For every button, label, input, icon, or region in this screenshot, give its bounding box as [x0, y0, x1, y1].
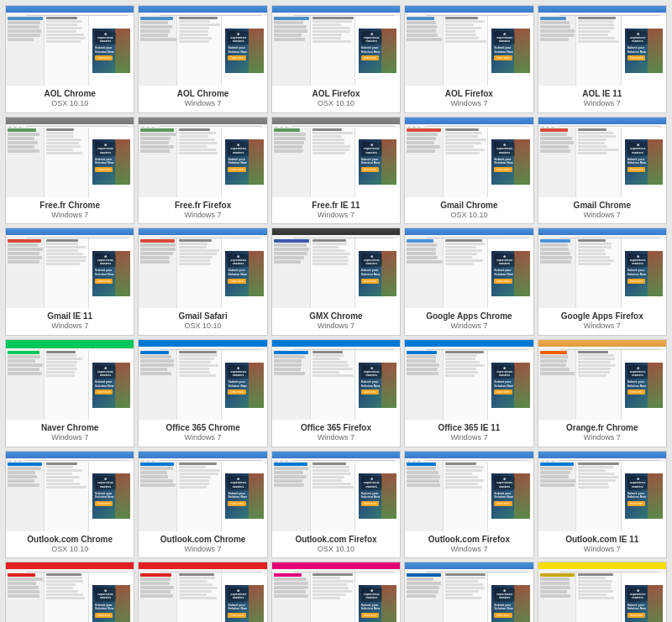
item-os: Windows 7 [274, 433, 398, 443]
item-label: AOL Chrome OSX 10.10 [6, 86, 134, 112]
item-os: Windows 7 [140, 211, 265, 221]
item-os: Windows 7 [8, 433, 132, 443]
screenshot-preview: ⊕copernicusmasters Submit your Solution … [405, 228, 533, 308]
item-name: Free.fr IE 11 [274, 200, 398, 211]
item-os: Windows 7 [407, 433, 531, 443]
screenshot-preview: ⊕copernicusmasters Submit your Solution … [538, 562, 666, 622]
grid-item[interactable]: ⊕copernicusmasters Submit your Solution … [5, 5, 134, 113]
item-name: AOL IE 11 [540, 88, 664, 99]
item-label: Office 365 IE 11 Windows 7 [405, 420, 533, 447]
screenshot-preview: ⊕copernicusmasters Submit your Solution … [6, 228, 134, 308]
grid-item[interactable]: ⊕copernicusmasters Submit your Solution … [404, 339, 533, 447]
item-name: Orange.fr Chrome [540, 422, 664, 433]
grid-item[interactable]: ⊕copernicusmasters Submit your Solution … [538, 451, 667, 559]
screenshot-preview: ⊕copernicusmasters Submit your Solution … [139, 228, 266, 308]
screenshot-preview: ⊕copernicusmasters Submit your Solution … [538, 118, 666, 197]
item-name: Outlook.com Firefox [274, 534, 398, 545]
item-name: Gmail IE 11 [8, 311, 132, 321]
grid-item[interactable]: ⊕copernicusmasters Submit your Solution … [404, 5, 533, 113]
item-os: Windows 7 [407, 545, 531, 555]
grid-item[interactable]: ⊕copernicusmasters Submit your Solution … [138, 451, 267, 559]
grid-item[interactable]: ⊕copernicusmasters Submit your Solution … [138, 339, 267, 447]
grid-item[interactable]: ⊕copernicusmasters Submit your Solution … [5, 562, 134, 622]
grid-item[interactable]: ⊕copernicusmasters Submit your Solution … [271, 227, 401, 336]
item-label: Outlook.com Chrome Windows 7 [139, 531, 266, 558]
screenshot-preview: ⊕copernicusmasters Submit your Solution … [405, 452, 533, 531]
grid-item[interactable]: ⊕copernicusmasters Submit your Solution … [138, 117, 267, 225]
item-os: Windows 7 [407, 321, 531, 332]
item-os: OSX 10.10 [274, 99, 398, 109]
item-label: AOL IE 11 Windows 7 [538, 86, 666, 112]
screenshot-preview: ⊕copernicusmasters Submit your Solution … [6, 562, 134, 622]
screenshot-preview: ⊕copernicusmasters Submit your Solution … [6, 6, 134, 86]
item-label: AOL Firefox Windows 7 [405, 86, 533, 112]
item-os: Windows 7 [540, 545, 664, 555]
item-label: Gmail Chrome OSX 10.10 [405, 197, 533, 224]
item-os: OSX 10.10 [274, 545, 398, 555]
grid-item[interactable]: ⊕copernicusmasters Submit your Solution … [538, 5, 667, 113]
item-name: Outlook.com Chrome [140, 534, 265, 545]
screenshot-preview: ⊕copernicusmasters Submit your Solution … [139, 340, 266, 420]
screenshot-preview: ⊕copernicusmasters Submit your Solution … [405, 6, 533, 86]
item-name: Outlook.com IE 11 [540, 534, 664, 545]
item-label: Gmail Chrome Windows 7 [538, 197, 666, 224]
item-label: Orange.fr Chrome Windows 7 [538, 420, 666, 447]
item-name: Gmail Safari [140, 311, 265, 321]
grid-item[interactable]: ⊕copernicusmasters Submit your Solution … [404, 562, 533, 622]
grid-item[interactable]: ⊕copernicusmasters Submit your Solution … [271, 451, 401, 559]
item-label: Free.fr Firefox Windows 7 [139, 197, 266, 224]
item-name: AOL Chrome [140, 88, 265, 99]
screenshot-preview: ⊕copernicusmasters Submit your Solution … [139, 562, 266, 622]
screenshot-preview: ⊕copernicusmasters Submit your Solution … [139, 452, 266, 531]
grid-item[interactable]: ⊕copernicusmasters Submit your Solution … [5, 227, 134, 336]
item-os: Windows 7 [540, 433, 664, 443]
screenshot-preview: ⊕copernicusmasters Submit your Solution … [405, 340, 533, 420]
item-name: AOL Chrome [8, 88, 132, 99]
item-os: Windows 7 [407, 99, 531, 109]
item-label: GMX Chrome Windows 7 [272, 308, 400, 335]
grid-item[interactable]: ⊕copernicusmasters Submit your Solution … [404, 227, 533, 336]
item-name: Free.fr Firefox [140, 200, 265, 211]
item-os: Windows 7 [8, 321, 132, 332]
item-name: Free.fr Chrome [8, 200, 132, 211]
item-name: Google Apps Firefox [540, 311, 664, 321]
grid-item[interactable]: ⊕copernicusmasters Submit your Solution … [538, 562, 667, 622]
item-name: Gmail Chrome [407, 200, 531, 211]
item-os: Windows 7 [540, 321, 664, 332]
grid-item[interactable]: ⊕copernicusmasters Submit your Solution … [538, 117, 667, 225]
screenshot-preview: ⊕copernicusmasters Submit your Solution … [405, 118, 533, 197]
item-name: AOL Firefox [407, 88, 531, 99]
screenshot-preview: ⊕copernicusmasters Submit your Solution … [139, 118, 266, 197]
grid-item[interactable]: ⊕copernicusmasters Submit your Solution … [138, 5, 267, 113]
grid-item[interactable]: ⊕copernicusmasters Submit your Solution … [404, 117, 533, 225]
screenshot-preview: ⊕copernicusmasters Submit your Solution … [272, 228, 400, 308]
grid-item[interactable]: ⊕copernicusmasters Submit your Solution … [538, 227, 667, 336]
grid-item[interactable]: ⊕copernicusmasters Submit your Solution … [271, 562, 401, 622]
item-label: Google Apps Firefox Windows 7 [538, 308, 666, 335]
grid-item[interactable]: ⊕copernicusmasters Submit your Solution … [538, 339, 667, 447]
grid-item[interactable]: ⊕copernicusmasters Submit your Solution … [404, 451, 533, 559]
grid-item[interactable]: ⊕copernicusmasters Submit your Solution … [138, 562, 267, 622]
grid-item[interactable]: ⊕copernicusmasters Submit your Solution … [271, 5, 401, 113]
item-os: OSX 10.10 [407, 211, 531, 221]
item-label: Gmail IE 11 Windows 7 [6, 308, 134, 335]
screenshot-preview: ⊕copernicusmasters Submit your Solution … [538, 6, 666, 86]
item-os: Windows 7 [140, 99, 265, 109]
item-name: Outlook.com Chrome [8, 534, 132, 545]
grid-item[interactable]: ⊕copernicusmasters Submit your Solution … [5, 339, 134, 447]
item-os: Windows 7 [140, 433, 265, 443]
item-os: Windows 7 [274, 211, 398, 221]
screenshot-grid: ⊕copernicusmasters Submit your Solution … [0, 0, 672, 622]
item-label: Gmail Safari OSX 10.10 [139, 308, 266, 335]
grid-item[interactable]: ⊕copernicusmasters Submit your Solution … [271, 339, 401, 447]
screenshot-preview: ⊕copernicusmasters Submit your Solution … [272, 118, 400, 197]
item-os: Windows 7 [540, 211, 664, 221]
grid-item[interactable]: ⊕copernicusmasters Submit your Solution … [5, 117, 134, 225]
item-label: AOL Firefox OSX 10.10 [272, 86, 400, 112]
item-label: Naver Chrome Windows 7 [6, 420, 134, 447]
item-label: Office 365 Firefox Windows 7 [272, 420, 400, 447]
grid-item[interactable]: ⊕copernicusmasters Submit your Solution … [5, 451, 134, 559]
grid-item[interactable]: ⊕copernicusmasters Submit your Solution … [138, 227, 267, 336]
item-os: Windows 7 [8, 211, 132, 221]
grid-item[interactable]: ⊕copernicusmasters Submit your Solution … [271, 117, 401, 225]
